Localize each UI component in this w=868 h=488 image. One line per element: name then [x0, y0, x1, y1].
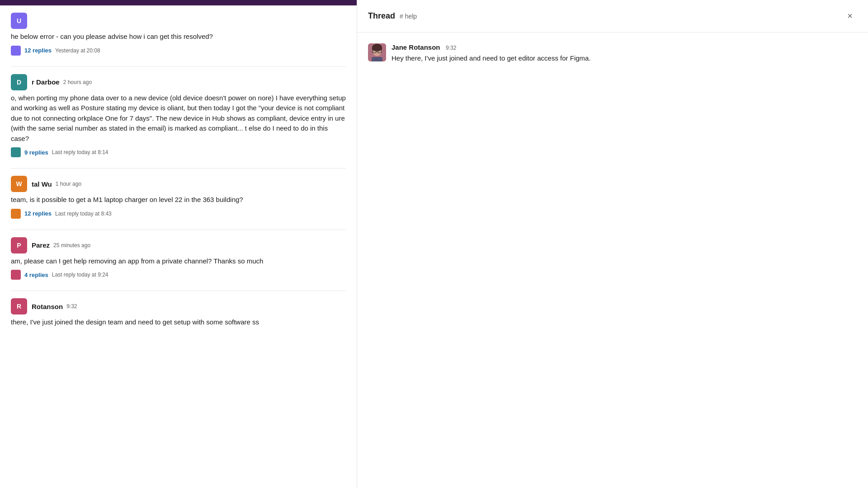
reply-row[interactable]: 9 replies Last reply today at 8:14 — [11, 147, 346, 157]
message-item: P Parez 25 minutes ago am, please can I … — [11, 237, 346, 280]
thread-msg-text: Hey there, I've just joined and need to … — [392, 53, 591, 64]
close-button[interactable]: × — [843, 9, 857, 23]
message-item: U he below error - can you please advise… — [11, 13, 346, 56]
svg-rect-3 — [372, 47, 382, 50]
message-header: R Rotanson 9:32 — [11, 298, 346, 314]
message-header: P Parez 25 minutes ago — [11, 237, 346, 253]
timestamp: 1 hour ago — [56, 181, 81, 187]
reply-count[interactable]: 12 replies — [24, 47, 52, 54]
avatar: P — [11, 237, 27, 253]
message-header: D r Darboe 2 hours ago — [11, 74, 346, 90]
message-text: there, I've just joined the design team … — [11, 317, 346, 328]
thread-sender: Jane Rotanson — [392, 43, 440, 51]
thread-title: Thread — [368, 11, 395, 21]
avatar: D — [11, 74, 27, 90]
reply-time: Last reply today at 9:24 — [52, 272, 108, 278]
message-text: he below error - can you please advise h… — [11, 32, 346, 42]
sender-name: r Darboe — [32, 78, 60, 86]
sender-name: tal Wu — [32, 180, 52, 188]
message-item: D r Darboe 2 hours ago o, when porting m… — [11, 74, 346, 158]
svg-rect-7 — [372, 57, 382, 61]
message-text: o, when porting my phone data over to a … — [11, 93, 346, 144]
timestamp: 25 minutes ago — [53, 242, 90, 249]
thread-message-header: Jane Rotanson 9:32 — [392, 43, 591, 52]
right-panel: Thread # help × — [357, 0, 868, 488]
reply-row[interactable]: 4 replies Last reply today at 9:24 — [11, 270, 346, 280]
thread-avatar — [368, 43, 386, 61]
reply-count[interactable]: 4 replies — [24, 272, 48, 278]
divider — [11, 168, 346, 169]
reply-avatar — [11, 46, 21, 56]
message-text: team, is it possible to get a M1 laptop … — [11, 195, 346, 205]
thread-content: Jane Rotanson 9:32 Hey there, I've just … — [357, 33, 868, 488]
reply-time: Yesterday at 20:08 — [55, 47, 100, 54]
reply-time: Last reply today at 8:43 — [55, 211, 112, 217]
thread-timestamp: 9:32 — [446, 45, 456, 51]
message-text: am, please can I get help removing an ap… — [11, 256, 346, 267]
avatar: W — [11, 176, 27, 192]
reply-count[interactable]: 12 replies — [24, 210, 52, 217]
reply-avatar — [11, 147, 21, 157]
message-item: W tal Wu 1 hour ago team, is it possible… — [11, 176, 346, 219]
thread-message-body: Jane Rotanson 9:32 Hey there, I've just … — [392, 43, 591, 64]
divider — [11, 230, 346, 230]
top-bar — [0, 0, 357, 5]
reply-time: Last reply today at 8:14 — [52, 149, 108, 155]
left-panel: U he below error - can you please advise… — [0, 0, 357, 488]
close-icon: × — [847, 11, 853, 21]
avatar: R — [11, 298, 27, 314]
message-header: U — [11, 13, 346, 29]
reply-count[interactable]: 9 replies — [24, 149, 48, 156]
thread-header: Thread # help × — [357, 0, 868, 33]
message-header: W tal Wu 1 hour ago — [11, 176, 346, 192]
reply-avatar — [11, 209, 21, 219]
avatar: U — [11, 13, 27, 29]
sender-name: Parez — [32, 241, 50, 249]
timestamp: 9:32 — [66, 303, 77, 310]
reply-row[interactable]: 12 replies Last reply today at 8:43 — [11, 209, 346, 219]
thread-channel: # help — [400, 13, 417, 20]
reply-row[interactable]: 12 replies Yesterday at 20:08 — [11, 46, 346, 56]
thread-message-item: Jane Rotanson 9:32 Hey there, I've just … — [368, 43, 857, 64]
divider — [11, 291, 346, 291]
sender-name: Rotanson — [32, 303, 63, 310]
message-item: R Rotanson 9:32 there, I've just joined … — [11, 298, 346, 328]
avatar-face-icon — [368, 43, 386, 61]
reply-avatar — [11, 270, 21, 280]
divider — [11, 66, 346, 67]
message-list: U he below error - can you please advise… — [0, 5, 357, 488]
timestamp: 2 hours ago — [63, 79, 92, 85]
